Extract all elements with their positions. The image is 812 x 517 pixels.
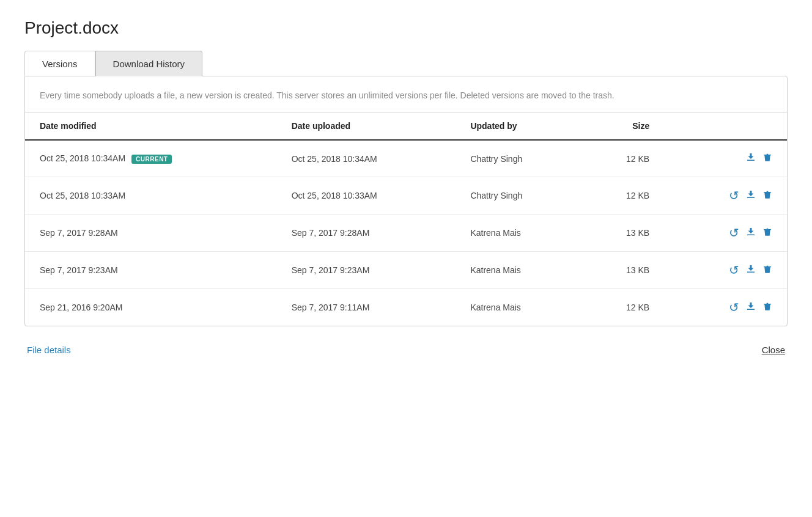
download-icon[interactable] xyxy=(745,189,756,203)
cell-size: 13 KB xyxy=(582,215,664,252)
cell-date-modified: Sep 7, 2017 9:28AM xyxy=(25,215,277,252)
cell-updated-by: Katrena Mais xyxy=(456,252,582,289)
download-icon[interactable] xyxy=(745,263,756,277)
file-details-link[interactable]: File details xyxy=(27,345,71,355)
table-row: Oct 25, 2018 10:34AMCURRENTOct 25, 2018 … xyxy=(25,140,787,177)
cell-date-modified: Sep 7, 2017 9:23AM xyxy=(25,252,277,289)
restore-icon[interactable]: ↺ xyxy=(729,226,739,240)
cell-date-modified: Oct 25, 2018 10:33AM xyxy=(25,177,277,215)
table-row: Oct 25, 2018 10:33AMOct 25, 2018 10:33AM… xyxy=(25,177,787,215)
restore-icon[interactable]: ↺ xyxy=(729,300,739,315)
tab-versions[interactable]: Versions xyxy=(24,51,95,76)
content-box: Every time somebody uploads a file, a ne… xyxy=(24,76,788,326)
table-row: Sep 21, 2016 9:20AMSep 7, 2017 9:11AMKat… xyxy=(25,289,787,326)
cell-actions: ↺ xyxy=(664,289,787,326)
tab-download-history[interactable]: Download History xyxy=(95,51,203,76)
tab-bar: Versions Download History xyxy=(24,50,788,76)
download-icon[interactable] xyxy=(745,226,756,240)
delete-icon[interactable] xyxy=(762,189,772,203)
cell-actions: ↺ xyxy=(664,252,787,289)
description-text: Every time somebody uploads a file, a ne… xyxy=(25,76,787,112)
cell-date-modified: Sep 21, 2016 9:20AM xyxy=(25,289,277,326)
current-badge: CURRENT xyxy=(131,155,172,164)
versions-table-wrapper[interactable]: Date modified Date uploaded Updated by S… xyxy=(25,112,787,326)
cell-date-uploaded: Oct 25, 2018 10:33AM xyxy=(277,177,456,215)
cell-size: 12 KB xyxy=(582,177,664,215)
col-date-modified: Date modified xyxy=(25,112,277,140)
cell-updated-by: Chattry Singh xyxy=(456,140,582,177)
versions-table: Date modified Date uploaded Updated by S… xyxy=(25,112,787,326)
table-row: Sep 7, 2017 9:28AMSep 7, 2017 9:28AMKatr… xyxy=(25,215,787,252)
delete-icon[interactable] xyxy=(762,301,772,315)
restore-icon[interactable]: ↺ xyxy=(729,263,739,277)
close-link[interactable]: Close xyxy=(762,345,785,355)
cell-updated-by: Chattry Singh xyxy=(456,177,582,215)
col-size: Size xyxy=(582,112,664,140)
download-icon[interactable] xyxy=(745,152,756,166)
download-icon[interactable] xyxy=(745,301,756,315)
restore-icon[interactable]: ↺ xyxy=(729,188,739,203)
cell-size: 13 KB xyxy=(582,252,664,289)
table-row: Sep 7, 2017 9:23AMSep 7, 2017 9:23AMKatr… xyxy=(25,252,787,289)
cell-date-uploaded: Sep 7, 2017 9:28AM xyxy=(277,215,456,252)
footer: File details Close xyxy=(24,345,788,355)
table-header-row: Date modified Date uploaded Updated by S… xyxy=(25,112,787,140)
cell-updated-by: Katrena Mais xyxy=(456,215,582,252)
delete-icon[interactable] xyxy=(762,226,772,240)
cell-actions: ↺ xyxy=(664,177,787,215)
cell-actions: ↺ xyxy=(664,215,787,252)
col-actions xyxy=(664,112,787,140)
delete-icon[interactable] xyxy=(762,263,772,277)
cell-size: 12 KB xyxy=(582,289,664,326)
cell-date-modified: Oct 25, 2018 10:34AMCURRENT xyxy=(25,140,277,177)
col-updated-by: Updated by xyxy=(456,112,582,140)
cell-actions xyxy=(664,140,787,177)
delete-icon[interactable] xyxy=(762,152,772,166)
cell-date-uploaded: Sep 7, 2017 9:11AM xyxy=(277,289,456,326)
col-date-uploaded: Date uploaded xyxy=(277,112,456,140)
page-title: Project.docx xyxy=(24,18,788,38)
cell-updated-by: Katrena Mais xyxy=(456,289,582,326)
cell-date-uploaded: Oct 25, 2018 10:34AM xyxy=(277,140,456,177)
cell-size: 12 KB xyxy=(582,140,664,177)
cell-date-uploaded: Sep 7, 2017 9:23AM xyxy=(277,252,456,289)
